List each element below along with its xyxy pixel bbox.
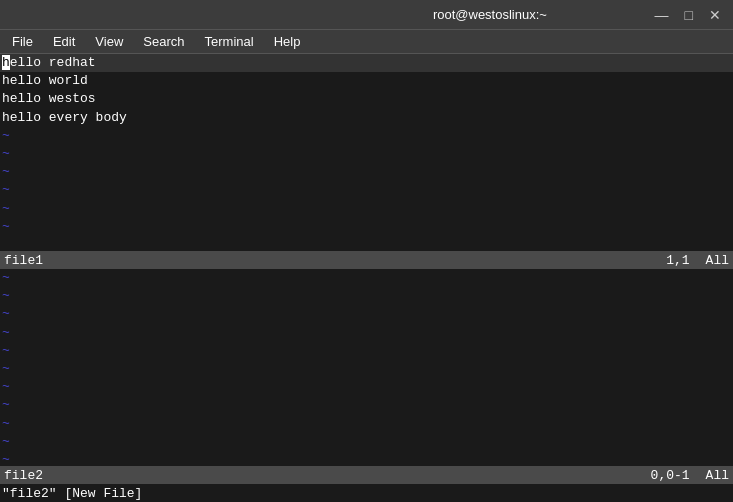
vim-line: hello westos: [0, 90, 733, 108]
menu-file[interactable]: File: [4, 32, 41, 51]
vim-tilde-line: ~: [0, 163, 733, 181]
vim-tilde-line: ~: [0, 287, 733, 305]
pane2-content: ~ ~ ~ ~ ~ ~ ~ ~ ~ ~ ~ ~: [0, 269, 733, 466]
vim-tilde-line: ~: [0, 360, 733, 378]
title-bar: root@westoslinux:~ — □ ✕: [0, 0, 733, 30]
vim-tilde-line: ~: [0, 378, 733, 396]
menu-edit[interactable]: Edit: [45, 32, 83, 51]
vim-tilde-line: ~: [0, 200, 733, 218]
status-bar-2: file2 0,0-1 All: [0, 466, 733, 484]
menu-terminal[interactable]: Terminal: [197, 32, 262, 51]
vim-editor[interactable]: hello redhat hello world hello westos he…: [0, 54, 733, 502]
vim-tilde-line: ~: [0, 324, 733, 342]
cmdline-text: "file2" [New File]: [2, 486, 142, 501]
vim-tilde-line: ~: [0, 451, 733, 466]
vim-line: hello redhat: [0, 54, 733, 72]
vim-tilde-line: ~: [0, 181, 733, 199]
vim-line: hello world: [0, 72, 733, 90]
vim-tilde-line: ~: [0, 342, 733, 360]
menu-view[interactable]: View: [87, 32, 131, 51]
pane1-content: hello redhat hello world hello westos he…: [0, 54, 733, 251]
vim-tilde-line: ~: [0, 127, 733, 145]
vim-tilde-line: ~: [0, 433, 733, 451]
vim-tilde-line: ~: [0, 415, 733, 433]
menu-search[interactable]: Search: [135, 32, 192, 51]
minimize-button[interactable]: —: [651, 8, 673, 22]
vim-pane-2[interactable]: ~ ~ ~ ~ ~ ~ ~ ~ ~ ~ ~ ~: [0, 269, 733, 466]
status-bar-1: file1 1,1 All: [0, 251, 733, 269]
close-button[interactable]: ✕: [705, 8, 725, 22]
vim-cmdline: "file2" [New File]: [0, 484, 733, 502]
window-title: root@westoslinux:~: [329, 7, 650, 22]
cursor: h: [2, 55, 10, 70]
status-filename-1: file1: [4, 253, 666, 268]
status-position-1: 1,1: [666, 253, 689, 268]
menu-help[interactable]: Help: [266, 32, 309, 51]
status-scroll-2: All: [706, 468, 729, 483]
vim-tilde-line: ~: [0, 305, 733, 323]
window-controls: — □ ✕: [651, 8, 725, 22]
menu-bar: File Edit View Search Terminal Help: [0, 30, 733, 54]
status-scroll-1: All: [706, 253, 729, 268]
vim-tilde-line: ~: [0, 269, 733, 287]
vim-line: hello every body: [0, 109, 733, 127]
vim-pane-1[interactable]: hello redhat hello world hello westos he…: [0, 54, 733, 251]
status-position-2: 0,0-1: [651, 468, 690, 483]
maximize-button[interactable]: □: [681, 8, 697, 22]
vim-tilde-line: ~: [0, 396, 733, 414]
status-filename-2: file2: [4, 468, 651, 483]
vim-tilde-line: ~: [0, 218, 733, 236]
vim-tilde-line: ~: [0, 145, 733, 163]
